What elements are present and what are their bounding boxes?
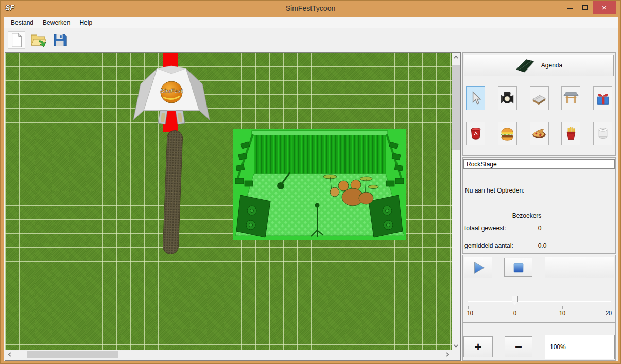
stage-curtain <box>254 135 386 174</box>
tent-logo-text: SimFest <box>161 88 183 94</box>
open-file-icon <box>30 32 46 48</box>
menu-help[interactable]: Help <box>75 17 97 28</box>
visitors-header: Bezoekers <box>463 212 591 219</box>
play-icon <box>471 260 486 275</box>
play-button[interactable] <box>464 257 492 278</box>
vertical-scroll-thumb[interactable] <box>452 65 460 150</box>
slider-label-0: 0 <box>513 310 516 316</box>
minimize-icon <box>567 8 573 9</box>
save-file-icon <box>52 32 67 48</box>
toilet-paper-icon <box>596 126 610 141</box>
dirt-path[interactable] <box>162 130 183 254</box>
visitors-total-label: totaal geweest: <box>464 224 506 232</box>
festival-map-canvas: SimFest <box>5 52 461 361</box>
rock-stage-selected[interactable] <box>233 129 406 240</box>
speaker-left <box>236 195 270 237</box>
tool-row-2 <box>466 122 612 145</box>
agenda-button[interactable]: Agenda <box>464 55 614 76</box>
slider-tick <box>562 306 563 309</box>
stage-name-input[interactable] <box>463 159 615 169</box>
pizza-icon <box>531 126 547 141</box>
tool-select-cursor[interactable] <box>466 86 485 110</box>
tool-row-1 <box>466 86 612 110</box>
speed-slider-thumb[interactable] <box>512 296 518 305</box>
client-area: Bestand Bewerken Help <box>4 17 618 361</box>
vertical-scrollbar[interactable] <box>452 53 460 350</box>
scroll-right-button[interactable] <box>443 350 452 359</box>
stop-button[interactable] <box>504 258 532 277</box>
chevron-up-icon <box>454 56 458 59</box>
save-file-button[interactable] <box>51 31 68 49</box>
tool-road[interactable] <box>530 86 549 110</box>
now-performing-label: Nu aan het Optreden: <box>465 187 524 194</box>
tool-trash-bin[interactable] <box>466 122 485 145</box>
title-bar[interactable]: SF SimFestTycoon × <box>1 1 620 17</box>
entrance-gate-icon <box>563 91 579 106</box>
slider-label-max: 20 <box>606 310 612 316</box>
select-cursor-icon <box>469 91 482 106</box>
stage-info-section: Nu aan het Optreden: Bezoekers totaal ge… <box>462 157 616 254</box>
new-file-icon <box>9 32 24 48</box>
tool-spotlight[interactable] <box>498 86 517 110</box>
entrance-tent[interactable]: SimFest <box>133 65 210 125</box>
spotlight-icon <box>499 90 515 107</box>
hamburger-icon <box>499 126 515 141</box>
stop-icon <box>512 261 525 274</box>
gift-icon <box>595 90 611 107</box>
horizontal-scrollbar[interactable] <box>5 350 452 359</box>
close-button[interactable]: × <box>593 1 616 14</box>
agenda-book-icon <box>515 58 535 73</box>
menu-bar: Bestand Bewerken Help <box>4 17 618 28</box>
grass-grid[interactable]: SimFest <box>5 53 452 350</box>
tool-hamburger[interactable] <box>498 122 517 145</box>
visitors-total-value: 0 <box>533 224 546 232</box>
slider-tick <box>468 306 469 309</box>
chevron-right-icon <box>446 352 449 357</box>
slider-tick <box>515 306 515 309</box>
menu-bewerken[interactable]: Bewerken <box>38 17 75 28</box>
playback-section: -10 0 10 20 <box>462 255 616 323</box>
tool-toilet-paper[interactable] <box>593 122 612 145</box>
scroll-left-button[interactable] <box>5 350 14 359</box>
speed-slider-track[interactable] <box>468 301 611 302</box>
slider-label-10: 10 <box>559 310 565 316</box>
zoom-level-field[interactable] <box>545 335 615 359</box>
slider-tick <box>610 306 610 309</box>
window-title: SimFestTycoon <box>1 4 620 12</box>
zoom-out-button[interactable]: − <box>505 336 532 357</box>
tool-gift[interactable] <box>593 86 612 110</box>
visitors-avg-value: 0.0 <box>533 242 551 249</box>
agenda-label: Agenda <box>541 62 562 69</box>
visitors-avg-label: gemiddeld aantal: <box>464 242 513 249</box>
fries-icon <box>564 125 578 142</box>
minimize-button[interactable] <box>563 1 578 14</box>
tool-fries[interactable] <box>561 122 580 145</box>
tools-section: Agenda <box>462 52 616 156</box>
scroll-down-button[interactable] <box>452 341 460 350</box>
maximize-icon <box>582 5 588 10</box>
zoom-in-button[interactable]: + <box>463 336 493 357</box>
extra-button[interactable] <box>545 257 614 278</box>
toolbar <box>4 28 618 52</box>
window-controls: × <box>563 1 616 14</box>
trash-bin-icon <box>469 126 483 141</box>
speaker-right <box>369 195 403 237</box>
new-file-button[interactable] <box>8 31 25 49</box>
slider-label-min: -10 <box>465 310 473 316</box>
menu-bestand[interactable]: Bestand <box>6 17 38 28</box>
app-window: SF SimFestTycoon × Bestand Bewerken Help <box>0 0 621 364</box>
chevron-down-icon <box>454 344 458 348</box>
side-panel: Agenda <box>462 52 616 361</box>
scroll-up-button[interactable] <box>452 53 460 61</box>
maximize-button[interactable] <box>578 1 593 14</box>
horizontal-scroll-thumb[interactable] <box>27 351 118 358</box>
road-icon <box>531 91 547 106</box>
tool-entrance-gate[interactable] <box>561 86 580 110</box>
zoom-section: + − <box>462 323 616 361</box>
chevron-left-icon <box>8 352 11 357</box>
tool-pizza[interactable] <box>530 122 549 145</box>
open-file-button[interactable] <box>29 31 47 49</box>
